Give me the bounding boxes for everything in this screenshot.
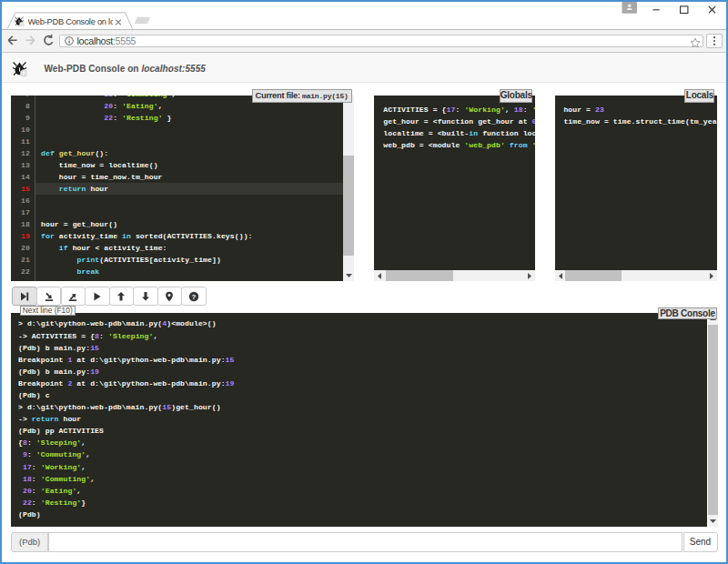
svg-text:?: ? (192, 292, 197, 300)
